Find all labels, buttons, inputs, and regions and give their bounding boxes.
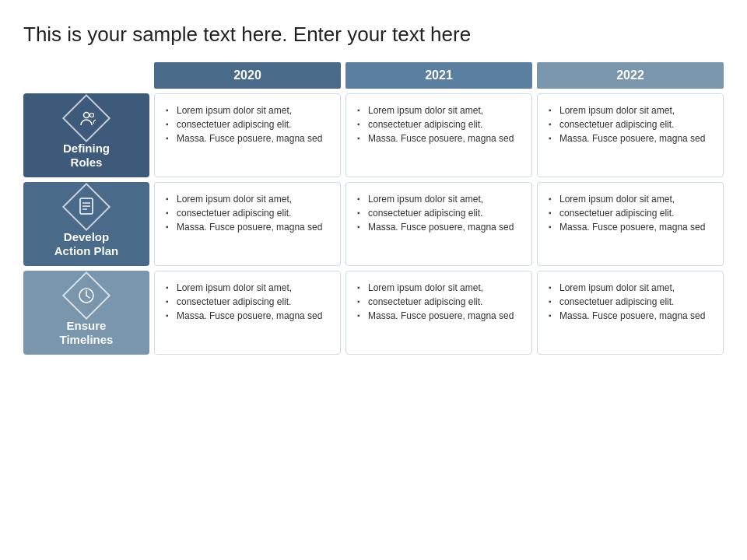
- row-label-defining-roles: DefiningRoles: [23, 93, 149, 177]
- list-item: consectetuer adipiscing elit.: [166, 206, 329, 220]
- data-row-develop-action-plan: DevelopAction Plan Lorem ipsum dolor sit…: [23, 182, 724, 266]
- svg-line-8: [86, 296, 89, 298]
- cell-list-row1-col2: Lorem ipsum dolor sit amet, consectetuer…: [357, 103, 521, 145]
- cell-list-row2-col1: Lorem ipsum dolor sit amet, consectetuer…: [166, 192, 329, 234]
- cell-list-row2-col3: Lorem ipsum dolor sit amet, consectetuer…: [549, 192, 712, 234]
- cell-list-row2-col2: Lorem ipsum dolor sit amet, consectetuer…: [357, 192, 521, 234]
- row-label-text-ensure-timelines: EnsureTimelines: [60, 319, 114, 347]
- list-item: Lorem ipsum dolor sit amet,: [549, 103, 712, 117]
- list-item: Lorem ipsum dolor sit amet,: [549, 192, 712, 206]
- list-item: Massa. Fusce posuere, magna sed: [357, 220, 521, 234]
- list-item: Lorem ipsum dolor sit amet,: [357, 281, 521, 295]
- document-icon: [62, 183, 110, 231]
- year-header-2022: 2022: [537, 62, 724, 89]
- data-row-defining-roles: DefiningRoles Lorem ipsum dolor sit amet…: [23, 93, 724, 177]
- list-item: consectetuer adipiscing elit.: [357, 295, 521, 309]
- list-item: Massa. Fusce posuere, magna sed: [549, 220, 712, 234]
- cell-list-row3-col3: Lorem ipsum dolor sit amet, consectetuer…: [549, 281, 712, 323]
- list-item: Massa. Fusce posuere, magna sed: [166, 309, 329, 323]
- cell-row2-col3: Lorem ipsum dolor sit amet, consectetuer…: [537, 182, 724, 266]
- cell-row3-col3: Lorem ipsum dolor sit amet, consectetuer…: [537, 271, 724, 355]
- cell-list-row1-col1: Lorem ipsum dolor sit amet, consectetuer…: [166, 103, 329, 145]
- row-label-text-defining-roles: DefiningRoles: [63, 142, 110, 170]
- svg-point-0: [84, 112, 89, 117]
- header-row: 2020 2021 2022: [154, 62, 724, 89]
- list-item: Massa. Fusce posuere, magna sed: [357, 309, 521, 323]
- list-item: consectetuer adipiscing elit.: [549, 295, 712, 309]
- cell-list-row3-col1: Lorem ipsum dolor sit amet, consectetuer…: [166, 281, 329, 323]
- list-item: consectetuer adipiscing elit.: [357, 206, 521, 220]
- list-item: Lorem ipsum dolor sit amet,: [166, 281, 329, 295]
- list-item: consectetuer adipiscing elit.: [357, 117, 521, 131]
- list-item: Massa. Fusce posuere, magna sed: [166, 131, 329, 145]
- row-label-text-develop-action-plan: DevelopAction Plan: [54, 230, 119, 258]
- list-item: Lorem ipsum dolor sit amet,: [549, 281, 712, 295]
- list-item: consectetuer adipiscing elit.: [166, 295, 329, 309]
- list-item: Massa. Fusce posuere, magna sed: [166, 220, 329, 234]
- list-item: Massa. Fusce posuere, magna sed: [549, 309, 712, 323]
- svg-point-1: [90, 113, 94, 117]
- page-title: This is your sample text here. Enter you…: [23, 22, 724, 51]
- list-item: Lorem ipsum dolor sit amet,: [166, 103, 329, 117]
- cell-row2-col2: Lorem ipsum dolor sit amet, consectetuer…: [345, 182, 532, 266]
- list-item: consectetuer adipiscing elit.: [166, 117, 329, 131]
- data-row-ensure-timelines: EnsureTimelines Lorem ipsum dolor sit am…: [23, 271, 724, 355]
- list-item: Lorem ipsum dolor sit amet,: [166, 192, 329, 206]
- list-item: Lorem ipsum dolor sit amet,: [357, 103, 521, 117]
- list-item: Massa. Fusce posuere, magna sed: [357, 131, 521, 145]
- cell-row2-col1: Lorem ipsum dolor sit amet, consectetuer…: [154, 182, 341, 266]
- list-item: consectetuer adipiscing elit.: [549, 117, 712, 131]
- cell-row1-col1: Lorem ipsum dolor sit amet, consectetuer…: [154, 93, 341, 177]
- list-item: Massa. Fusce posuere, magna sed: [549, 131, 712, 145]
- cell-row1-col2: Lorem ipsum dolor sit amet, consectetuer…: [345, 93, 532, 177]
- row-label-ensure-timelines: EnsureTimelines: [23, 271, 149, 355]
- people-icon: [62, 94, 110, 142]
- cell-list-row1-col3: Lorem ipsum dolor sit amet, consectetuer…: [549, 103, 712, 145]
- year-header-2020: 2020: [154, 62, 341, 89]
- cell-list-row3-col2: Lorem ipsum dolor sit amet, consectetuer…: [357, 281, 521, 323]
- row-label-develop-action-plan: DevelopAction Plan: [23, 182, 149, 266]
- cell-row1-col3: Lorem ipsum dolor sit amet, consectetuer…: [537, 93, 724, 177]
- list-item: Lorem ipsum dolor sit amet,: [357, 192, 521, 206]
- page: This is your sample text here. Enter you…: [0, 0, 747, 560]
- cell-row3-col2: Lorem ipsum dolor sit amet, consectetuer…: [345, 271, 532, 355]
- year-header-2021: 2021: [345, 62, 532, 89]
- list-item: consectetuer adipiscing elit.: [549, 206, 712, 220]
- clock-icon: [62, 271, 110, 320]
- grid-container: 2020 2021 2022 DefiningRoles Lor: [23, 62, 724, 544]
- cell-row3-col1: Lorem ipsum dolor sit amet, consectetuer…: [154, 271, 341, 355]
